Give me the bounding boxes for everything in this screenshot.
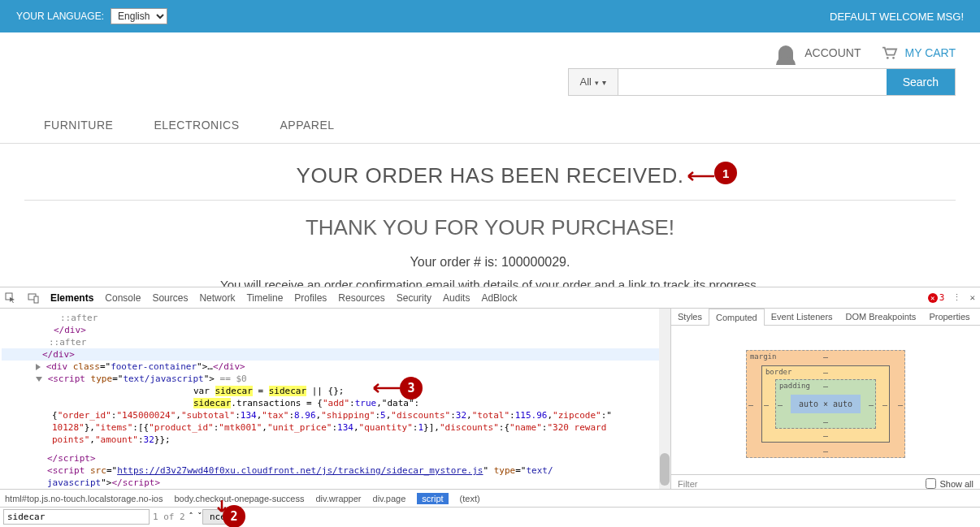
cart-icon: [881, 45, 899, 60]
svg-rect-4: [34, 296, 38, 303]
inspect-icon[interactable]: [5, 292, 16, 304]
devtools-search-input[interactable]: [3, 509, 150, 525]
box-model: margin – – – – border – – – – padding –: [671, 326, 980, 474]
main-content: YOUR ORDER HAS BEEN RECEIVED. 1 THANK YO…: [0, 144, 980, 300]
devtools-search-bar: 1 of 2 ˆ ˇ ncel 2: [0, 507, 980, 526]
devtools-tab-resources[interactable]: Resources: [338, 292, 384, 304]
styles-tab-computed[interactable]: Computed: [709, 309, 765, 326]
language-label: YOUR LANGUAGE:: [16, 11, 104, 22]
header-links: ACCOUNT MY CART: [0, 32, 980, 68]
cart-link[interactable]: MY CART: [881, 45, 956, 60]
elements-breadcrumb: html#top.js.no-touch.localstorage.no-ios…: [0, 489, 980, 507]
error-badge[interactable]: ✕3: [928, 292, 945, 303]
collapse-icon[interactable]: [36, 364, 41, 370]
breadcrumb-item[interactable]: html#top.js.no-touch.localstorage.no-ios: [5, 494, 163, 503]
breadcrumb-item[interactable]: (text): [460, 494, 480, 503]
account-link[interactable]: ACCOUNT: [778, 45, 861, 60]
nav-furniture[interactable]: FURNITURE: [44, 119, 113, 132]
annotation-arrow-1: [683, 171, 714, 181]
devtools-tab-network[interactable]: Network: [199, 292, 235, 304]
devtools-close-icon[interactable]: ✕: [969, 292, 975, 303]
breadcrumb-item[interactable]: div.wrapper: [315, 494, 361, 503]
devtools-tab-profiles[interactable]: Profiles: [294, 292, 327, 304]
styles-tab-styles[interactable]: Styles: [671, 309, 709, 325]
annotation-badge-3: 3: [400, 377, 423, 400]
devtools-tab-elements[interactable]: Elements: [50, 292, 93, 304]
page-title: YOUR ORDER HAS BEEN RECEIVED. 1: [297, 163, 684, 188]
main-nav: FURNITURE ELECTRONICS APPAREL: [0, 107, 980, 144]
filter-input[interactable]: Filter: [678, 479, 697, 489]
search-category-dropdown[interactable]: All ▾: [569, 69, 618, 95]
order-number: Your order # is: 100000029.: [24, 255, 956, 270]
elements-scrollbar[interactable]: [659, 309, 670, 489]
welcome-msg: DEFAULT WELCOME MSG!: [830, 11, 964, 23]
device-icon[interactable]: [28, 292, 39, 304]
search-input[interactable]: [618, 69, 887, 95]
elements-panel[interactable]: ::after </div> ::after </div> <div class…: [0, 309, 671, 489]
breadcrumb-item-active[interactable]: script: [417, 493, 448, 504]
showall-checkbox[interactable]: [926, 478, 936, 489]
devtools-panel: Elements Console Sources Network Timelin…: [0, 287, 980, 527]
cart-label: MY CART: [905, 46, 956, 59]
search-row: All ▾ Search: [0, 68, 980, 107]
devtools-tab-sources[interactable]: Sources: [152, 292, 188, 304]
search-prev-icon[interactable]: ˆ: [189, 512, 194, 522]
devtools-toolbar: Elements Console Sources Network Timelin…: [0, 287, 980, 309]
annotation-badge-2: 2: [223, 505, 245, 527]
search-count: 1 of 2: [153, 512, 185, 522]
breadcrumb-item[interactable]: div.page: [373, 494, 406, 503]
svg-point-1: [892, 57, 895, 59]
devtools-tab-security[interactable]: Security: [397, 292, 431, 304]
nav-apparel[interactable]: APPAREL: [280, 119, 334, 132]
styles-tab-properties[interactable]: Properties: [922, 309, 976, 325]
svg-point-0: [886, 57, 888, 59]
search-next-icon[interactable]: ˇ: [197, 512, 202, 522]
devtools-menu-icon[interactable]: ⋮: [952, 292, 961, 303]
topbar: YOUR LANGUAGE: English DEFAULT WELCOME M…: [0, 0, 980, 32]
expand-icon[interactable]: [36, 377, 42, 382]
devtools-tab-adblock[interactable]: AdBlock: [481, 292, 517, 304]
devtools-tab-timeline[interactable]: Timeline: [246, 292, 283, 304]
styles-tab-listeners[interactable]: Event Listeners: [765, 309, 839, 325]
search-button[interactable]: Search: [887, 69, 955, 95]
page-subtitle: THANK YOU FOR YOUR PURCHASE!: [24, 215, 956, 240]
language-select[interactable]: English: [111, 8, 167, 24]
devtools-tab-console[interactable]: Console: [105, 292, 141, 304]
devtools-tab-audits[interactable]: Audits: [443, 292, 470, 304]
user-icon: [778, 45, 793, 60]
styles-tab-breakpoints[interactable]: DOM Breakpoints: [839, 309, 923, 325]
styles-panel: Styles Computed Event Listeners DOM Brea…: [671, 309, 980, 489]
nav-electronics[interactable]: ELECTRONICS: [154, 119, 239, 132]
account-label: ACCOUNT: [804, 46, 861, 59]
annotation-badge-1: 1: [714, 162, 737, 184]
breadcrumb-item[interactable]: body.checkout-onepage-success: [174, 494, 304, 503]
search-box: All ▾ Search: [568, 68, 956, 96]
